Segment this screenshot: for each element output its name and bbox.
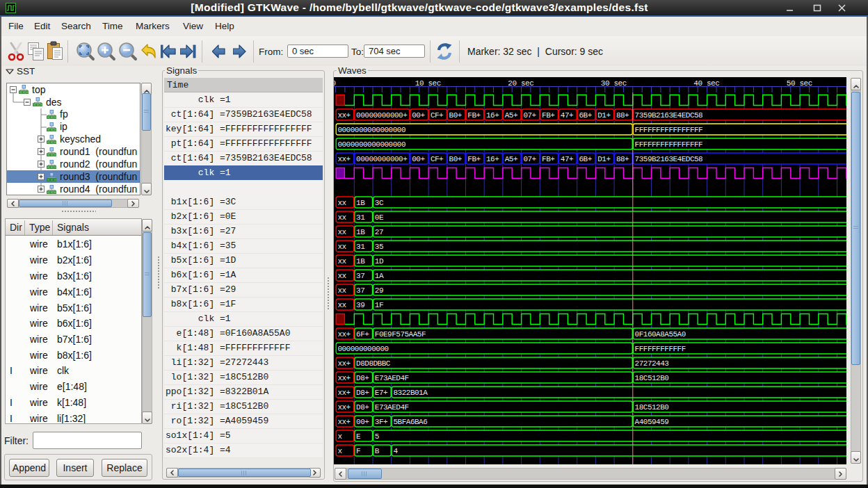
- svg-text:10 sec: 10 sec: [415, 79, 441, 88]
- svg-text:D1+: D1+: [597, 155, 610, 163]
- svg-text:B: B: [375, 447, 380, 455]
- svg-text:6B+: 6B+: [579, 155, 592, 163]
- svg-text:30 sec: 30 sec: [601, 79, 627, 88]
- svg-text:00+: 00+: [412, 155, 424, 163]
- svg-text:D8+: D8+: [356, 374, 369, 382]
- svg-text:xx: xx: [337, 213, 346, 222]
- svg-text:xx: xx: [337, 301, 346, 309]
- svg-text:x: x: [337, 432, 342, 441]
- svg-text:50 sec: 50 sec: [787, 79, 812, 88]
- svg-text:0: 0: [334, 79, 336, 88]
- svg-text:07+: 07+: [523, 111, 536, 120]
- svg-text:39: 39: [356, 301, 364, 309]
- svg-text:FFFFFFFFFFFFFFFF: FFFFFFFFFFFFFFFF: [635, 126, 703, 134]
- svg-text:xx+: xx+: [337, 330, 350, 339]
- svg-text:E73AED4F: E73AED4F: [375, 403, 409, 412]
- svg-text:xx: xx: [337, 286, 346, 295]
- svg-text:x: x: [337, 447, 342, 455]
- svg-text:3C: 3C: [375, 199, 384, 207]
- svg-text:xx: xx: [337, 243, 346, 251]
- svg-text:47+: 47+: [561, 111, 573, 120]
- svg-text:47+: 47+: [561, 155, 573, 163]
- svg-text:00000000000+: 00000000000+: [356, 111, 407, 120]
- svg-text:18C512B0: 18C512B0: [635, 374, 669, 382]
- svg-text:CF+: CF+: [431, 155, 443, 163]
- svg-text:FB+: FB+: [542, 111, 554, 120]
- svg-text:F0E9F575AA5F: F0E9F575AA5F: [375, 330, 426, 339]
- svg-text:88+: 88+: [616, 111, 629, 120]
- svg-text:xx+: xx+: [337, 374, 350, 382]
- svg-text:E: E: [356, 432, 361, 441]
- svg-text:37: 37: [356, 286, 364, 295]
- svg-text:20 sec: 20 sec: [508, 79, 533, 88]
- svg-text:1B: 1B: [356, 199, 365, 207]
- svg-text:3F+: 3F+: [375, 418, 387, 426]
- svg-text:37: 37: [356, 272, 364, 280]
- svg-text:CF+: CF+: [431, 111, 443, 120]
- svg-text:6B+: 6B+: [579, 111, 592, 120]
- svg-text:E73AED4F: E73AED4F: [375, 374, 409, 382]
- svg-text:16+: 16+: [486, 155, 499, 163]
- svg-text:xx+: xx+: [337, 359, 350, 368]
- svg-text:000000000000: 000000000000: [337, 345, 388, 353]
- svg-text:xx+: xx+: [337, 111, 350, 120]
- svg-text:D8D8DBBC: D8D8DBBC: [356, 359, 391, 368]
- svg-text:A5+: A5+: [505, 111, 517, 120]
- svg-text:D8+: D8+: [356, 389, 369, 397]
- svg-text:xx: xx: [337, 257, 346, 266]
- svg-text:7359B2163E4EDC58: 7359B2163E4EDC58: [635, 155, 703, 163]
- svg-text:1F: 1F: [375, 301, 383, 309]
- svg-text:8322B01A: 8322B01A: [394, 389, 428, 397]
- svg-text:88+: 88+: [616, 155, 629, 163]
- svg-text:16+: 16+: [486, 111, 499, 120]
- svg-text:FFFFFFFFFFFFFFFF: FFFFFFFFFFFFFFFF: [635, 140, 703, 149]
- svg-text:07+: 07+: [523, 155, 536, 163]
- svg-text:FB+: FB+: [542, 155, 554, 163]
- svg-text:0E: 0E: [375, 213, 384, 222]
- svg-text:xx: xx: [337, 228, 346, 236]
- svg-text:D8+: D8+: [356, 403, 369, 412]
- svg-text:F: F: [356, 447, 360, 455]
- svg-text:40 sec: 40 sec: [693, 79, 719, 88]
- svg-text:B0+: B0+: [449, 155, 462, 163]
- svg-text:29: 29: [375, 286, 383, 295]
- svg-text:35: 35: [375, 243, 383, 251]
- svg-text:5BFA6BA6: 5BFA6BA6: [394, 418, 428, 426]
- svg-text:6F+: 6F+: [356, 330, 369, 339]
- svg-text:1A: 1A: [375, 272, 384, 280]
- svg-text:5: 5: [375, 432, 379, 441]
- svg-text:4: 4: [394, 447, 399, 455]
- svg-text:E7+: E7+: [375, 389, 387, 397]
- svg-text:xx+: xx+: [337, 155, 350, 163]
- svg-text:A5+: A5+: [505, 155, 517, 163]
- svg-text:D1+: D1+: [597, 111, 610, 120]
- svg-text:xx: xx: [337, 199, 346, 207]
- svg-text:00+: 00+: [412, 111, 424, 120]
- svg-text:B0+: B0+: [449, 111, 462, 120]
- svg-text:18C512B0: 18C512B0: [635, 403, 669, 412]
- svg-text:A4059459: A4059459: [635, 418, 669, 426]
- svg-text:1B: 1B: [356, 228, 365, 236]
- svg-text:1B: 1B: [356, 257, 365, 266]
- svg-text:0000000000000000: 0000000000000000: [337, 126, 405, 134]
- svg-text:FB+: FB+: [467, 155, 480, 163]
- svg-text:xx+: xx+: [337, 418, 350, 426]
- svg-text:xx+: xx+: [337, 389, 350, 397]
- svg-text:1D: 1D: [375, 257, 384, 266]
- svg-text:00000000000+: 00000000000+: [356, 155, 407, 163]
- svg-text:31: 31: [356, 243, 365, 251]
- svg-text:27272443: 27272443: [635, 359, 669, 368]
- svg-text:xx+: xx+: [337, 403, 350, 412]
- svg-text:FFFFFFFFFFFF: FFFFFFFFFFFF: [635, 345, 686, 353]
- svg-text:31: 31: [356, 213, 365, 222]
- svg-text:27: 27: [375, 228, 383, 236]
- svg-text:7359B2163E4EDC58: 7359B2163E4EDC58: [635, 111, 703, 120]
- svg-text:0000000000000000: 0000000000000000: [337, 140, 405, 149]
- svg-text:FB+: FB+: [467, 111, 480, 120]
- svg-text:0F160A8A55A0: 0F160A8A55A0: [635, 330, 686, 339]
- svg-text:xx: xx: [337, 272, 346, 280]
- svg-text:00+: 00+: [356, 418, 369, 426]
